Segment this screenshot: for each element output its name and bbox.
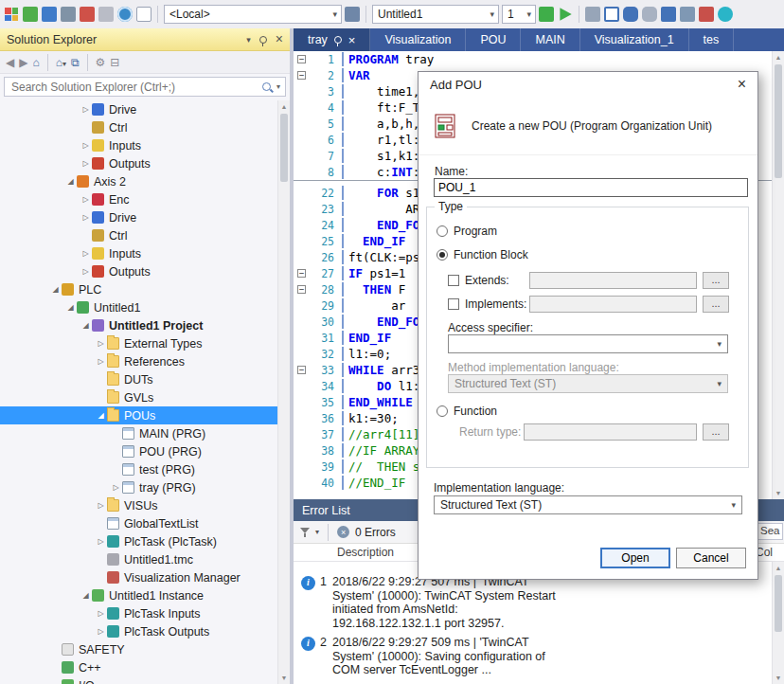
expander-icon[interactable]: ▷: [80, 213, 92, 222]
refresh-icon[interactable]: [718, 7, 733, 22]
restart-twincat-icon[interactable]: [42, 7, 57, 22]
function-radio[interactable]: [437, 405, 448, 417]
fold-collapse-icon[interactable]: −: [297, 285, 306, 294]
solution-search-input[interactable]: [9, 80, 262, 95]
expander-icon[interactable]: ◢: [64, 303, 77, 312]
target-system-select[interactable]: <Local>: [164, 5, 342, 24]
frame-icon[interactable]: [604, 7, 619, 22]
expander-icon[interactable]: ▷: [95, 501, 107, 510]
tree-item-plctask-plctask[interactable]: ▷PlcTask (PlcTask): [0, 532, 277, 550]
tree-item-plctask-outputs[interactable]: ▷PlcTask Outputs: [0, 622, 277, 640]
tab-tes[interactable]: tes: [689, 28, 735, 51]
function-block-option[interactable]: Function Block: [437, 248, 528, 261]
tree-item-test-prg[interactable]: test (PRG): [0, 460, 277, 478]
scope-to-this-icon[interactable]: ⌂▾: [56, 56, 66, 69]
scroll-down-icon[interactable]: ▼: [773, 672, 784, 684]
tree-item-gvls[interactable]: GVLs: [0, 388, 277, 406]
expander-icon[interactable]: ▷: [80, 105, 92, 114]
twincat-logo-icon[interactable]: [4, 7, 19, 22]
extends-browse-button[interactable]: ...: [703, 272, 729, 289]
window-menu-icon[interactable]: ▾: [246, 35, 251, 45]
error-row[interactable]: i12018/6/22 9:29:27 507 ms | 'TwinCAT Sy…: [294, 575, 772, 636]
right-column-header[interactable]: Col: [756, 546, 775, 559]
function-block-radio[interactable]: [437, 249, 448, 261]
expander-icon[interactable]: ◢: [49, 285, 62, 294]
search-options-arrow-icon[interactable]: ▾: [276, 82, 280, 91]
scroll-up-icon[interactable]: ▲: [773, 51, 784, 63]
tree-item-outputs[interactable]: ▷Outputs: [0, 262, 277, 280]
close-icon[interactable]: ×: [348, 34, 356, 46]
tree-item-inputs[interactable]: ▷Inputs: [0, 244, 277, 262]
restart-plc-icon[interactable]: [61, 7, 76, 22]
fold-collapse-icon[interactable]: −: [297, 71, 306, 80]
tab-visualization[interactable]: Visualization: [370, 28, 466, 51]
implements-input[interactable]: [529, 296, 697, 313]
expander-icon[interactable]: ▷: [95, 627, 107, 636]
scrollbar-thumb[interactable]: [280, 114, 288, 182]
error-list-scrollbar[interactable]: ▲ ▼: [772, 562, 784, 684]
filter-icon[interactable]: [300, 528, 310, 537]
description-column-header[interactable]: Description: [294, 546, 394, 559]
function-option[interactable]: Function: [437, 405, 497, 418]
expander-icon[interactable]: ▷: [95, 609, 107, 618]
tree-item-ctrl[interactable]: Ctrl: [0, 226, 277, 244]
pin-icon[interactable]: [259, 36, 267, 44]
tree-item-axis-2[interactable]: ◢Axis 2: [0, 172, 277, 190]
tree-item-untitled1-tmc[interactable]: Untitled1.tmc: [0, 550, 277, 568]
expander-icon[interactable]: ▷: [80, 267, 92, 276]
extends-input[interactable]: [529, 272, 697, 289]
login-icon[interactable]: [539, 7, 554, 22]
target-browser-icon[interactable]: [345, 7, 360, 22]
expander-icon[interactable]: ▷: [80, 249, 92, 258]
expander-icon[interactable]: ▷: [80, 141, 92, 150]
tree-item-visualization-manager[interactable]: Visualization Manager: [0, 568, 277, 586]
open-button[interactable]: Open: [600, 548, 670, 568]
free-run-icon[interactable]: [80, 7, 95, 22]
tree-item-ctrl[interactable]: Ctrl: [0, 118, 277, 136]
tree-item-untitled1-project[interactable]: ◢Untitled1 Project: [0, 316, 277, 334]
link-icon[interactable]: [623, 7, 638, 22]
sync-active-document-icon[interactable]: ⧉: [71, 56, 80, 69]
cancel-button[interactable]: Cancel: [676, 548, 746, 568]
reload-devices-icon[interactable]: [98, 7, 114, 22]
expander-icon[interactable]: ◢: [80, 591, 92, 600]
solution-tree-scrollbar[interactable]: ▲ ▼: [277, 100, 290, 684]
compare-icon[interactable]: [661, 7, 676, 22]
expander-icon[interactable]: ◢: [95, 411, 107, 420]
error-search-input[interactable]: Sea: [757, 523, 783, 540]
back-icon[interactable]: ◀: [6, 56, 14, 69]
error-count-button[interactable]: 0 Errors: [355, 526, 396, 539]
tree-item-untitled1[interactable]: ◢Untitled1: [0, 298, 277, 316]
fold-collapse-icon[interactable]: −: [297, 366, 306, 374]
program-option[interactable]: Program: [437, 225, 497, 238]
activate-configuration-icon[interactable]: [23, 7, 38, 22]
start-icon[interactable]: [558, 7, 573, 22]
properties-wrench-icon[interactable]: ⚙: [96, 56, 106, 69]
tree-item-enc[interactable]: ▷Enc: [0, 190, 277, 208]
tree-item-inputs[interactable]: ▷Inputs: [0, 136, 277, 154]
tree-item-i-o[interactable]: I/O: [0, 676, 277, 684]
hot-swap-icon[interactable]: [680, 7, 695, 22]
tree-item-globaltextlist[interactable]: GlobalTextList: [0, 514, 277, 532]
implements-browse-button[interactable]: ...: [703, 296, 729, 313]
tree-item-c[interactable]: C++: [0, 658, 277, 676]
implementation-language-select[interactable]: Structured Text (ST): [434, 495, 742, 514]
name-input[interactable]: [434, 178, 748, 197]
tab-visualization-1[interactable]: Visualization_1: [580, 28, 689, 51]
expander-icon[interactable]: ▷: [80, 159, 92, 168]
filter-dropdown-icon[interactable]: ▾: [315, 528, 319, 536]
scroll-up-icon[interactable]: ▲: [278, 100, 290, 113]
fold-collapse-icon[interactable]: −: [297, 269, 306, 278]
forward-icon[interactable]: ▶: [19, 56, 27, 69]
tree-item-pou-prg[interactable]: POU (PRG): [0, 442, 277, 460]
pin-icon[interactable]: [334, 36, 342, 44]
scrollbar-thumb[interactable]: [775, 575, 782, 632]
logout-icon[interactable]: [585, 7, 600, 22]
tree-item-tray-prg[interactable]: ▷tray (PRG): [0, 478, 277, 496]
expander-icon[interactable]: ▷: [80, 195, 92, 204]
scroll-down-icon[interactable]: ▼: [773, 487, 784, 499]
tree-item-plctask-inputs[interactable]: ▷PlcTask Inputs: [0, 604, 277, 622]
expander-icon[interactable]: ▷: [110, 483, 122, 492]
error-row[interactable]: i22018/6/22 9:29:27 509 ms | 'TwinCAT Sy…: [294, 636, 772, 683]
extends-checkbox[interactable]: [448, 275, 459, 286]
